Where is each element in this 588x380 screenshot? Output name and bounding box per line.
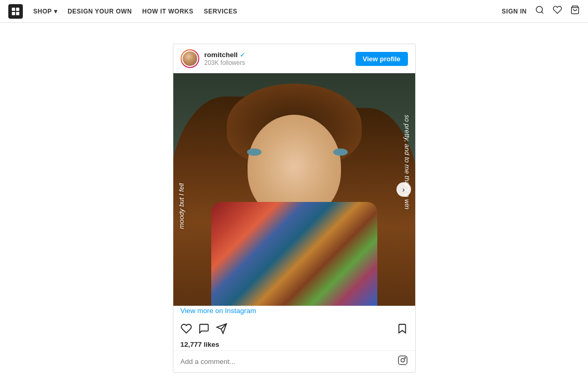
avatar-image <box>182 50 198 67</box>
view-profile-button[interactable]: View profile <box>355 52 408 66</box>
comment-area <box>173 350 415 372</box>
comment-icon[interactable] <box>198 323 210 337</box>
portrait-eye-left <box>247 148 262 156</box>
sign-in-button[interactable]: SIGN IN <box>502 8 527 15</box>
comment-input[interactable] <box>181 358 398 365</box>
navbar: SHOP ▾ DESIGN YOUR OWN HOW IT WORKS SERV… <box>0 0 588 23</box>
like-icon[interactable] <box>181 323 192 337</box>
portrait-eye-right <box>333 148 348 156</box>
nav-services[interactable]: SERVICES <box>204 8 237 15</box>
svg-rect-0 <box>12 7 15 10</box>
svg-line-5 <box>541 11 543 13</box>
svg-point-11 <box>404 358 405 359</box>
nav-shop[interactable]: SHOP ▾ <box>33 8 57 15</box>
svg-rect-1 <box>16 7 19 10</box>
svg-rect-9 <box>398 356 407 365</box>
nav-links: SHOP ▾ DESIGN YOUR OWN HOW IT WORKS SERV… <box>33 8 502 15</box>
nav-how-it-works[interactable]: HOW IT WORKS <box>142 8 194 15</box>
nav-design-your-own[interactable]: DESIGN YOUR OWN <box>67 8 132 15</box>
svg-point-4 <box>536 6 542 12</box>
svg-point-10 <box>401 359 404 362</box>
main-content: romitchell ✓ 203K followers View profile <box>0 23 588 380</box>
nav-right: SIGN IN <box>502 5 580 17</box>
username-row: romitchell ✓ <box>204 51 355 59</box>
share-icon[interactable] <box>216 323 227 337</box>
wishlist-icon[interactable] <box>553 5 562 17</box>
verified-badge: ✓ <box>240 51 245 59</box>
logo[interactable] <box>8 4 23 19</box>
view-more-link[interactable]: View more on Instagram <box>173 306 415 319</box>
username[interactable]: romitchell <box>204 51 238 59</box>
portrait <box>173 73 415 306</box>
bookmark-icon[interactable] <box>396 323 408 337</box>
ig-image: moody but I fell so pretty, and to me th… <box>173 73 415 306</box>
user-info: romitchell ✓ 203K followers <box>204 51 355 66</box>
search-icon[interactable] <box>535 5 544 17</box>
likes-count: 12,777 likes <box>173 340 415 350</box>
followers-count: 203K followers <box>204 59 355 66</box>
ig-image-container: moody but I fell so pretty, and to me th… <box>173 73 415 306</box>
ig-actions <box>173 319 415 340</box>
instagram-embed: romitchell ✓ 203K followers View profile <box>173 44 416 373</box>
next-slide-button[interactable]: › <box>396 182 411 197</box>
instagram-logo-icon <box>398 355 408 368</box>
svg-rect-2 <box>12 11 15 15</box>
cart-icon[interactable] <box>570 5 580 17</box>
ig-header: romitchell ✓ 203K followers View profile <box>173 44 415 73</box>
avatar <box>181 49 199 68</box>
portrait-outfit <box>211 202 377 306</box>
chevron-right-icon: › <box>402 185 405 194</box>
svg-rect-3 <box>16 11 19 15</box>
